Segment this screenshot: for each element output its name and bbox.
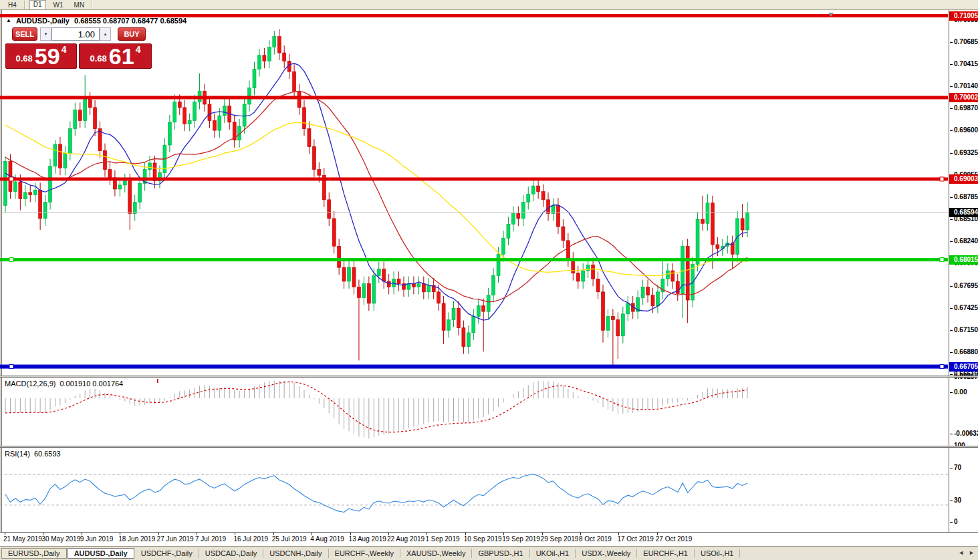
trade-panel-toggle-icon[interactable]: ▲	[6, 17, 11, 24]
timeframe-toolbar: H4D1W1MN	[0, 0, 978, 10]
candle-body	[303, 108, 306, 129]
horizontal-line-0.69003[interactable]	[0, 177, 948, 180]
candle-body	[78, 110, 82, 121]
volume-input[interactable]	[51, 27, 100, 41]
candle-body	[308, 129, 311, 147]
date-tick	[235, 533, 235, 535]
candle-body	[711, 203, 714, 245]
tab-xauusd-weekly[interactable]: XAUUSD-,Weekly	[400, 549, 472, 558]
candle-body	[377, 269, 380, 276]
tab-scroll-right-icon[interactable]: ►	[969, 549, 975, 556]
date-tick	[618, 533, 619, 535]
timeframe-button-w1[interactable]: W1	[50, 1, 67, 9]
macd-histogram	[5, 381, 747, 438]
date-label: 4 Aug 2019	[310, 535, 344, 543]
timeframe-button-d1[interactable]: D1	[29, 0, 46, 10]
candle-body	[283, 53, 286, 61]
candle-body	[133, 202, 136, 214]
tab-scroll-left-icon[interactable]: ◄	[958, 549, 964, 556]
candle-body	[123, 181, 126, 185]
volume-increase-button[interactable]: ▲	[100, 27, 111, 41]
candle-body	[267, 47, 271, 61]
level-price-label: 0.71005	[949, 11, 978, 21]
candle-body	[462, 328, 465, 347]
candle-body	[457, 308, 460, 327]
tab-scroll-arrows: ◄►	[958, 549, 975, 556]
candle-body	[487, 295, 490, 311]
tab-usdchf-daily[interactable]: USDCHF-,Daily	[135, 549, 199, 558]
volume-decrease-button[interactable]: ▼	[40, 27, 51, 41]
horizontal-line-0.68015[interactable]	[0, 258, 948, 261]
date-tick	[657, 533, 658, 535]
timeframe-button-h4[interactable]: H4	[5, 1, 20, 9]
horizontal-line-0.66705[interactable]	[0, 365, 948, 369]
tab-audusd-daily[interactable]: AUDUSD-,Daily	[68, 548, 134, 559]
buy-button[interactable]: BUY	[118, 27, 146, 41]
tab-usdx-weekly[interactable]: USDX-,Weekly	[576, 549, 637, 558]
toolbar-separator	[92, 1, 93, 9]
candle-body	[566, 241, 570, 259]
candle-body	[243, 104, 246, 126]
tab-eurusd-daily[interactable]: EURUSD-,Daily	[1, 548, 67, 559]
bid-price-label: 0.68594	[949, 208, 978, 217]
candle-body	[58, 144, 62, 168]
candle-body	[562, 227, 565, 241]
candle-body	[168, 122, 171, 145]
candle-body	[646, 287, 650, 295]
candle-body	[178, 102, 181, 108]
tab-eurchf-h1[interactable]: EURCHF-,H1	[637, 549, 695, 558]
chart-title-row: ▲ AUDUSD-,Daily 0.68555 0.68707 0.68477 …	[6, 17, 187, 25]
candle-body	[183, 108, 187, 124]
candles-layer	[4, 29, 749, 366]
candle-body	[188, 120, 191, 124]
candle-body	[417, 284, 420, 287]
candle-body	[547, 200, 550, 214]
horizontal-line-0.70002[interactable]	[0, 96, 948, 100]
candle-body	[582, 271, 585, 281]
candle-body	[576, 273, 580, 281]
level-price-label: 0.70002	[949, 93, 978, 102]
candle-body	[108, 170, 112, 178]
date-label: 9 Jun 2019	[80, 535, 114, 543]
tab-eurchf-weekly[interactable]: EURCHF-,Weekly	[329, 549, 400, 558]
candle-body	[23, 192, 27, 199]
price-tick-label: 0.70415	[949, 60, 978, 68]
sell-price-box[interactable]: 0.68 59 4	[5, 43, 77, 69]
line-handle	[940, 258, 944, 262]
date-label: 22 Aug 2019	[387, 535, 424, 543]
ma-line-45	[5, 123, 747, 276]
date-label: 8 Oct 2019	[579, 535, 612, 543]
macd-axis-label: -0.006326	[949, 430, 978, 438]
tab-usdcnh-daily[interactable]: USDCNH-,Daily	[263, 549, 328, 558]
macd-label: MACD(12,26,9)0.001910 0.001764	[5, 380, 123, 388]
tab-usdcad-daily[interactable]: USDCAD-,Daily	[199, 549, 264, 558]
tab-gbpusd-h1[interactable]: GBPUSD-,H1	[472, 549, 529, 558]
date-tick	[82, 533, 82, 535]
tab-ukoil-h1[interactable]: UKOil-,H1	[530, 549, 576, 558]
candle-body	[437, 292, 441, 303]
chart-ohlc-values: 0.68555 0.68707 0.68477 0.68594	[74, 17, 187, 25]
candle-body	[19, 182, 22, 199]
candle-body	[427, 285, 431, 292]
rsi-axis-label: 30	[949, 497, 978, 505]
candle-body	[592, 265, 595, 279]
panel-separator[interactable]	[0, 446, 978, 448]
price-tick-label: 0.69600	[949, 126, 978, 134]
timeframe-button-mn[interactable]: MN	[71, 1, 88, 9]
time-axis[interactable]: 21 May 201930 May 20199 Jun 201918 Jun 2…	[0, 532, 978, 546]
buy-price-box[interactable]: 0.68 61 4	[79, 43, 152, 69]
price-axis[interactable]: 0.709550.706850.704150.701400.698700.696…	[949, 10, 978, 532]
sell-button[interactable]: SELL	[12, 27, 37, 41]
candle-body	[348, 267, 351, 281]
panel-separator[interactable]	[0, 376, 978, 378]
candle-body	[29, 192, 32, 195]
candle-body	[602, 292, 605, 330]
candle-body	[253, 69, 256, 88]
ma-line-22	[5, 91, 747, 302]
date-tick	[273, 533, 274, 535]
candle-body	[497, 255, 500, 276]
candle-body	[517, 214, 520, 219]
date-label: 7 Jul 2019	[195, 535, 226, 543]
candle-body	[671, 271, 675, 281]
tab-usoil-h1[interactable]: USOil-,H1	[695, 549, 741, 558]
